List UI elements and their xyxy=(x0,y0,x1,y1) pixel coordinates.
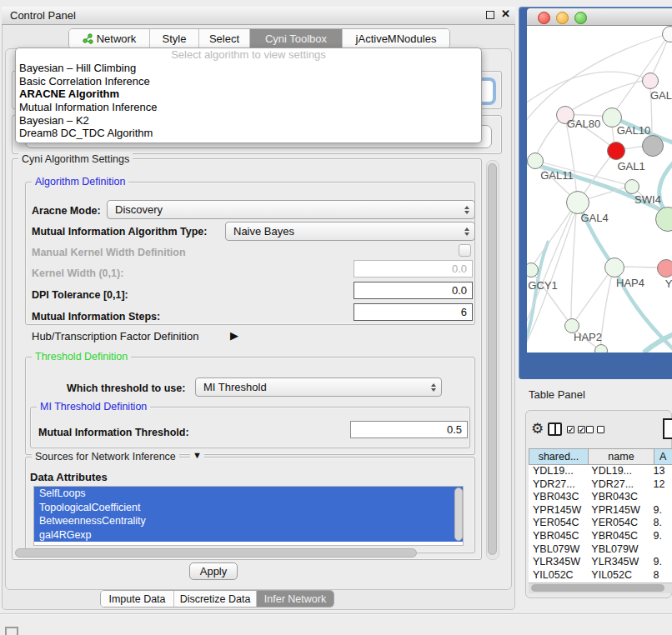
algorithm-option[interactable]: Bayesian – Hill Climbing xyxy=(16,62,481,75)
which-threshold-combo[interactable]: MI Threshold xyxy=(195,378,442,397)
network-node[interactable] xyxy=(607,142,625,160)
algorithm-option[interactable]: Dream8 DC_TDC Algorithm xyxy=(16,127,481,140)
network-node-label: GCY1 xyxy=(528,279,557,292)
aracne-mode-label: Aracne Mode: xyxy=(32,205,101,217)
network-node[interactable] xyxy=(624,179,639,194)
kernel-width-field[interactable]: 0.0 xyxy=(354,260,473,278)
table-cell: YBL079W xyxy=(587,543,651,557)
network-node[interactable] xyxy=(527,262,539,278)
gear-icon[interactable]: ⚙ xyxy=(531,420,544,438)
tab-infer-network[interactable]: Infer Network xyxy=(257,591,333,607)
algorithm-option[interactable]: Basic Correlation Inference xyxy=(16,75,481,88)
table-row[interactable]: YBR045CYBR045C9. xyxy=(529,530,672,543)
mi-algorithm-type-label: Mutual Information Algorithm Type: xyxy=(32,226,207,238)
data-attribute-item[interactable]: SelfLoops xyxy=(34,487,463,501)
sources-title: Sources for Network Inference xyxy=(32,451,179,462)
table-panel-title: Table Panel xyxy=(529,388,585,401)
split-columns-icon[interactable] xyxy=(548,422,562,436)
document-icon[interactable] xyxy=(663,418,672,439)
table-body: YDL19...YDL19...13YDR27...YDR27...12YBR0… xyxy=(529,465,672,582)
network-node-label: HAP2 xyxy=(574,331,602,343)
algorithm-option[interactable]: Bayesian – K2 xyxy=(16,114,481,128)
table-header: shared... name A xyxy=(529,448,672,465)
which-threshold-label: Which threshold to use: xyxy=(67,382,185,394)
network-node[interactable] xyxy=(655,207,672,232)
close-icon[interactable]: ✕ xyxy=(501,8,510,20)
tab-style[interactable]: Style xyxy=(150,29,199,48)
network-node-label: GAL80 xyxy=(567,118,600,130)
manual-kernel-width-label: Manual Kernel Width Definition xyxy=(32,247,186,258)
zoom-window-icon[interactable] xyxy=(574,12,587,24)
expand-arrow-icon[interactable]: ▶ xyxy=(230,329,238,342)
collapse-arrow-icon[interactable]: ▼ xyxy=(190,450,204,460)
tab-cyni-toolbox[interactable]: Cyni Toolbox xyxy=(250,29,343,48)
data-attributes-list[interactable]: SelfLoopsTopologicalCoefficientBetweenne… xyxy=(33,486,464,546)
tab-network-label: Network xyxy=(97,32,137,45)
tab-network[interactable]: Network xyxy=(69,29,150,48)
network-node[interactable] xyxy=(527,152,544,169)
mi-threshold-field[interactable]: 0.5 xyxy=(350,421,468,438)
mi-steps-label: Mutual Information Steps: xyxy=(32,311,160,322)
algorithm-option[interactable]: ARACNE Algorithm xyxy=(16,88,481,101)
deselect-all-checkbox-icon[interactable] xyxy=(597,426,604,433)
table-row[interactable]: YDL19...YDL19...13 xyxy=(529,465,672,478)
float-window-icon[interactable] xyxy=(486,11,494,19)
aracne-mode-combo[interactable]: Discovery xyxy=(107,200,475,219)
data-attribute-item[interactable]: BetweennessCentrality xyxy=(34,514,463,528)
close-window-icon[interactable] xyxy=(538,12,550,24)
tab-discretize-data[interactable]: Discretize Data xyxy=(174,591,257,607)
network-node-label: SWI4 xyxy=(634,193,661,206)
mi-algorithm-type-value: Naive Bayes xyxy=(233,225,294,238)
mi-algorithm-type-combo[interactable]: Naive Bayes xyxy=(225,222,475,241)
table-row[interactable]: YIL052CYIL052C8 xyxy=(529,569,672,582)
tab-impute-data[interactable]: Impute Data xyxy=(101,591,174,607)
network-node[interactable] xyxy=(642,135,664,157)
network-window-titlebar[interactable] xyxy=(527,8,672,26)
combo-arrows-icon xyxy=(464,228,469,236)
algorithm-option[interactable]: Mutual Information Inference xyxy=(16,101,481,114)
table-row[interactable]: YLR345WYLR345W9. xyxy=(529,556,672,569)
network-node[interactable] xyxy=(604,258,624,278)
tab-jactivemnodules[interactable]: jActiveMNodules xyxy=(343,29,449,48)
column-header-partial[interactable]: A xyxy=(654,448,672,465)
network-node[interactable] xyxy=(594,344,608,352)
threshold-definition-title: Threshold Definition xyxy=(32,351,131,362)
deselect-all-checkbox-icon[interactable] xyxy=(586,426,594,433)
algorithm-dropdown-placeholder: Select algorithm to view settings xyxy=(16,48,481,62)
settings-vertical-scrollbar-thumb[interactable] xyxy=(488,163,497,555)
data-attribute-item[interactable]: gal4RGexp xyxy=(34,528,463,542)
data-attribute-item[interactable]: TopologicalCoefficient xyxy=(34,501,463,515)
tab-select[interactable]: Select xyxy=(199,29,250,48)
network-node[interactable] xyxy=(657,259,672,278)
table-cell: YBR043C xyxy=(529,491,587,504)
desktop-divider-highlight xyxy=(0,614,672,615)
column-header-shared[interactable]: shared... xyxy=(529,448,589,465)
table-row[interactable]: YER054CYER054C8. xyxy=(529,517,672,530)
table-horizontal-scrollbar-thumb[interactable] xyxy=(531,584,664,592)
dpi-tolerance-field[interactable]: 0.0 xyxy=(354,282,473,299)
minimize-window-icon[interactable] xyxy=(556,12,569,24)
network-node[interactable] xyxy=(642,72,659,89)
table-row[interactable]: YBR043CYBR043C xyxy=(529,491,672,504)
apply-button[interactable]: Apply xyxy=(189,562,238,580)
aracne-mode-value: Discovery xyxy=(115,203,163,216)
manual-kernel-width-checkbox[interactable] xyxy=(459,244,471,257)
table-cell: YER054C xyxy=(587,517,651,530)
table-row[interactable]: YPR145WYPR145W9. xyxy=(529,504,672,518)
select-all-checkbox-icon[interactable]: ✓ xyxy=(567,426,574,433)
table-row[interactable]: YBL079WYBL079W xyxy=(529,543,672,557)
mi-steps-field[interactable]: 6 xyxy=(354,303,473,321)
network-node-label: GAL1 xyxy=(617,160,644,172)
table-cell: 8 xyxy=(652,569,672,582)
select-all-checkbox-icon[interactable]: ✓ xyxy=(578,426,585,433)
network-node[interactable] xyxy=(662,26,672,42)
column-header-name[interactable]: name xyxy=(589,448,654,465)
table-cell: 9. xyxy=(652,504,672,518)
network-canvas[interactable]: GALGAL80GAL10GAL1GAL11SWI4GAL4GCY1HAP4YH… xyxy=(527,26,672,352)
table-row[interactable]: YDR27...YDR27...12 xyxy=(529,478,672,492)
attributes-list-scrollbar[interactable] xyxy=(454,488,463,541)
control-panel-titlebar[interactable] xyxy=(2,7,515,25)
float-panel-icon[interactable] xyxy=(5,627,18,635)
settings-horizontal-scrollbar-thumb[interactable] xyxy=(15,548,417,558)
table-cell: YBL079W xyxy=(529,543,587,557)
